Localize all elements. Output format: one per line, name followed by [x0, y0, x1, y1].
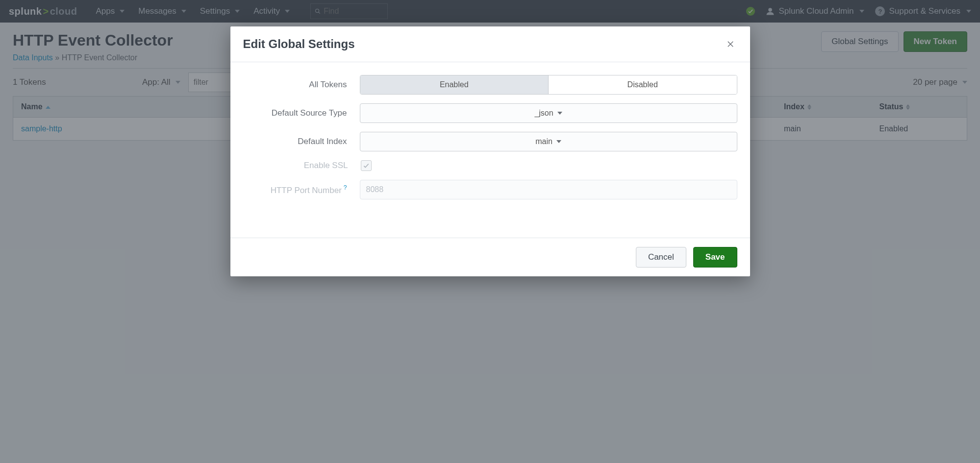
- chevron-down-icon: [557, 112, 562, 115]
- modal-close-button[interactable]: [724, 37, 737, 51]
- http-port-input[interactable]: [360, 180, 737, 199]
- close-icon: [726, 40, 735, 49]
- cancel-button[interactable]: Cancel: [636, 247, 686, 268]
- label-default-source-type: Default Source Type: [243, 108, 360, 118]
- label-http-port: HTTP Port Number?: [243, 184, 360, 195]
- all-tokens-disabled-button[interactable]: Disabled: [548, 75, 737, 94]
- help-tooltip-icon[interactable]: ?: [344, 184, 347, 191]
- row-default-index: Default Index main: [243, 132, 737, 151]
- default-source-type-value: _json: [534, 109, 553, 118]
- label-http-port-text: HTTP Port Number: [271, 185, 342, 195]
- modal-title: Edit Global Settings: [243, 37, 355, 51]
- modal-footer: Cancel Save: [230, 238, 750, 276]
- modal-body: All Tokens Enabled Disabled Default Sour…: [230, 62, 750, 238]
- modal-overlay[interactable]: Edit Global Settings All Tokens Enabled …: [0, 0, 980, 463]
- default-index-dropdown[interactable]: main: [360, 132, 737, 151]
- default-index-value: main: [535, 137, 553, 146]
- row-all-tokens: All Tokens Enabled Disabled: [243, 75, 737, 95]
- enable-ssl-checkbox[interactable]: [361, 160, 372, 171]
- label-enable-ssl: Enable SSL: [243, 161, 361, 171]
- chevron-down-icon: [556, 140, 561, 143]
- label-default-index: Default Index: [243, 137, 360, 146]
- save-button[interactable]: Save: [693, 247, 737, 268]
- all-tokens-toggle: Enabled Disabled: [360, 75, 737, 95]
- row-enable-ssl: Enable SSL: [243, 160, 737, 171]
- check-icon: [363, 162, 370, 169]
- label-all-tokens: All Tokens: [243, 80, 360, 90]
- row-default-source-type: Default Source Type _json: [243, 103, 737, 123]
- all-tokens-enabled-button[interactable]: Enabled: [360, 75, 549, 94]
- default-source-type-dropdown[interactable]: _json: [360, 103, 737, 123]
- global-settings-modal: Edit Global Settings All Tokens Enabled …: [230, 26, 750, 276]
- modal-header: Edit Global Settings: [230, 26, 750, 62]
- row-http-port: HTTP Port Number?: [243, 180, 737, 199]
